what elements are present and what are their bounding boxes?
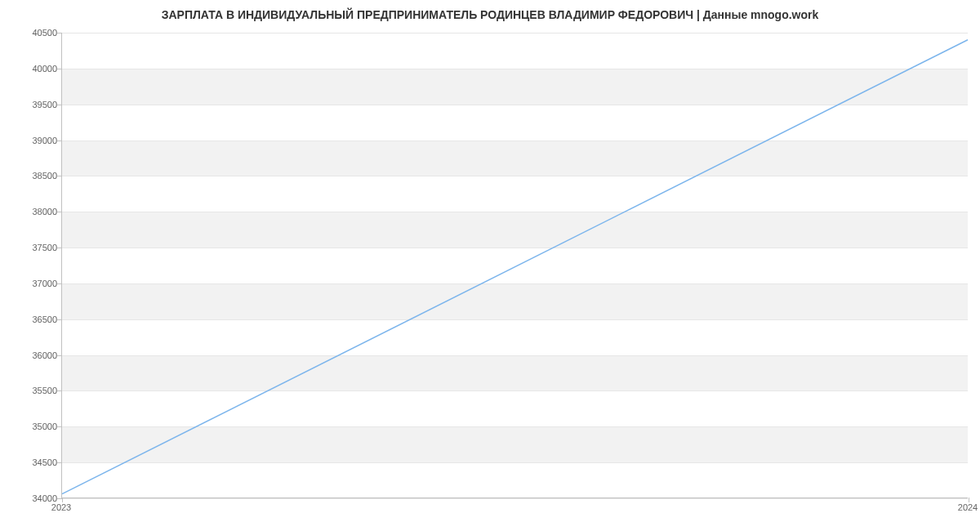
salary-line-chart: ЗАРПЛАТА В ИНДИВИДУАЛЬНЫЙ ПРЕДПРИНИМАТЕЛ… [0,0,980,531]
x-axis-label: 2024 [958,502,978,512]
plot-area [61,33,968,498]
line-series [62,33,968,498]
y-axis-label: 34000 [8,493,57,503]
y-axis-label: 40500 [8,28,57,38]
y-axis-label: 37000 [8,279,57,288]
y-axis-label: 35500 [8,386,57,395]
y-axis-label: 39500 [8,100,57,109]
y-axis-label: 40000 [8,64,57,74]
chart-title: ЗАРПЛАТА В ИНДИВИДУАЛЬНЫЙ ПРЕДПРИНИМАТЕЛ… [0,8,980,21]
y-axis-label: 37500 [8,243,57,252]
y-axis-label: 35000 [8,422,57,431]
x-axis-label: 2023 [51,502,71,512]
y-axis-label: 36500 [8,315,57,324]
y-axis-label: 38500 [8,171,57,181]
gridline [62,498,968,499]
y-axis-label: 36000 [8,350,57,360]
y-axis-label: 39000 [8,136,57,145]
y-axis-label: 34500 [8,457,57,467]
y-axis-label: 38000 [8,207,57,216]
